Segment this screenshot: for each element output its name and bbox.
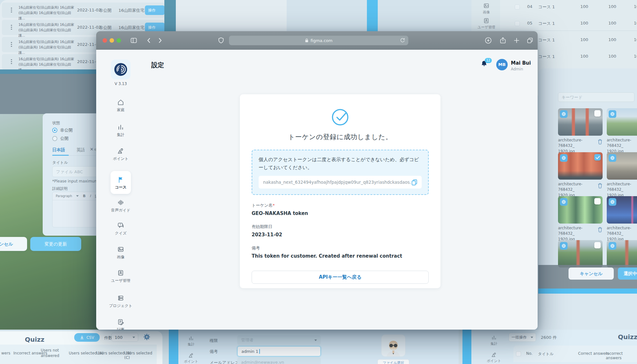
sidebar-item-images[interactable]: 画像 [475, 3, 498, 15]
media-tile[interactable] [558, 240, 603, 268]
photo-thumbnail[interactable] [558, 152, 603, 180]
sidebar-item-points[interactable]: ポイント [180, 353, 203, 364]
checkbox-checked[interactable] [594, 154, 601, 161]
kebab-menu-icon[interactable] [11, 24, 12, 31]
kebab-menu-icon[interactable] [11, 58, 12, 65]
italic-button[interactable]: I [90, 194, 91, 198]
row-title: 16山田家住宅(旧山田薬局) 16山田家(旧山田薬局) 16山田家住宅(旧山田護… [18, 39, 76, 55]
cancel-button[interactable]: キャンセル [0, 237, 27, 251]
sidebar-item-articles[interactable]: 記事 [96, 318, 145, 330]
sidebar-item-home[interactable]: 家庭 [96, 99, 145, 113]
course-row[interactable]: 04 コース 1 100 100 10 [500, 1, 637, 13]
minimize-window-button[interactable] [110, 38, 114, 43]
media-tile[interactable]: architecture-768432_1920.jpg [558, 108, 603, 154]
reload-icon[interactable] [399, 37, 405, 43]
file-select-button[interactable]: ファイル選択 [377, 359, 409, 364]
course-row[interactable]: 05 コース 1 100 100 10 [500, 17, 637, 30]
note-input-focused[interactable]: admin 1 [237, 346, 321, 356]
photo-thumbnail[interactable] [558, 108, 603, 136]
photo-thumbnail[interactable] [558, 240, 603, 268]
kebab-menu-icon[interactable] [11, 7, 12, 13]
avatar[interactable]: MB [496, 59, 508, 70]
photo-thumbnail[interactable] [607, 108, 637, 136]
back-button[interactable] [145, 37, 153, 44]
token-field[interactable]: nakasha_next_632494yafhoajhfpajdpjqw09ur… [259, 176, 422, 189]
share-icon[interactable] [499, 37, 507, 44]
photo-thumbnail[interactable] [607, 196, 637, 224]
trash-icon[interactable] [598, 183, 603, 189]
back-to-api-keys-button[interactable]: APIキー一覧へ戻る [252, 271, 429, 284]
sidebar-item-quiz[interactable]: ? クイズ [96, 222, 145, 236]
sidebar-item-summary[interactable]: 集計 [180, 335, 203, 347]
zoom-window-button[interactable] [117, 38, 121, 43]
keyword-search-input[interactable] [558, 92, 634, 102]
media-tile[interactable]: architecture-768432_1920.jpg [607, 196, 637, 242]
sidebar-item-summary[interactable]: 集計 [483, 335, 505, 346]
checkbox[interactable] [594, 198, 601, 204]
sidebar-item-summary[interactable]: 集計 [96, 124, 145, 138]
media-tile[interactable]: architecture-768432_1920.jpg [558, 196, 603, 242]
radio-public[interactable]: 公開 [52, 136, 68, 141]
tab-japanese[interactable]: 日本語 [52, 147, 65, 153]
photo-thumbnail[interactable] [607, 240, 637, 268]
photo-thumbnail[interactable] [558, 196, 603, 224]
checkbox[interactable] [515, 4, 520, 10]
selecting-button[interactable]: 選択中 [618, 268, 637, 280]
count-select[interactable]: 100 [111, 333, 138, 342]
media-tile[interactable]: architecture-768432_1920.jpg [607, 108, 637, 154]
sidebar-item-courses[interactable]: コース [96, 176, 145, 190]
kebab-menu-icon[interactable] [11, 41, 12, 48]
tab-overview-icon[interactable] [526, 37, 534, 44]
globe-icon [609, 110, 616, 118]
app-logo[interactable] [111, 60, 131, 79]
downloads-icon[interactable] [484, 37, 492, 44]
sidebar-item-audio-guide[interactable]: 音声ガイド [96, 199, 145, 213]
token-value[interactable]: nakasha_next_632494yafhoajhfpajdpjqw09ur… [263, 180, 411, 185]
bold-button[interactable]: B [83, 194, 85, 198]
csv-export-button[interactable]: CSV [74, 333, 100, 342]
sidebar-item-projects[interactable]: プロジェクト [96, 295, 145, 309]
sidebar-item-users[interactable]: ユーザ管理 [475, 18, 498, 30]
expiry-value: 2023-11-02 [252, 232, 429, 238]
bulk-action-select[interactable]: 一括操作 [509, 333, 536, 342]
tab-english[interactable]: 英語 [76, 147, 85, 153]
sidebar-item-user-management[interactable]: ユーザ管理 [96, 269, 145, 283]
forward-button[interactable] [156, 37, 164, 44]
trash-icon[interactable] [598, 227, 603, 232]
row-action-button[interactable]: 操作 [145, 5, 165, 15]
media-tile[interactable]: architecture-768432_1920.jpg [558, 152, 603, 198]
radio-icon[interactable] [52, 136, 57, 141]
sidebar-toggle-icon[interactable] [130, 37, 138, 44]
sidebar-item-points[interactable]: ポイント [96, 147, 145, 161]
cancel-button[interactable]: キャンセル [569, 268, 614, 280]
paragraph-dropdown[interactable]: Paragraph [56, 194, 72, 198]
close-window-button[interactable] [103, 38, 107, 43]
new-tab-icon[interactable] [513, 37, 520, 44]
row-action-button[interactable]: 操作 [145, 23, 165, 32]
checkbox[interactable] [594, 242, 601, 248]
radio-selected-icon[interactable] [52, 128, 57, 133]
table-row[interactable]: 16山田家住宅(旧山田薬局) 16山田家(旧山田薬局) 16山田家住宅(旧山田護… [2, 3, 164, 18]
checkbox[interactable] [594, 110, 601, 117]
sidebar-item-images[interactable]: 画像 [96, 246, 145, 260]
role-select[interactable]: 管理者 [237, 335, 321, 345]
media-tile[interactable]: architecture-768432_1920.jpg [607, 152, 637, 198]
media-tile[interactable] [607, 240, 637, 268]
sidebar-item-points[interactable]: ポイント [483, 352, 505, 363]
lock-icon [305, 38, 309, 43]
checkbox[interactable] [515, 21, 520, 26]
photo-thumbnail[interactable] [607, 152, 637, 180]
close-icon[interactable]: × [90, 146, 94, 152]
email-input-disabled[interactable]: admin@newwave.vn [237, 357, 321, 364]
radio-private[interactable]: 非公開 [52, 127, 73, 133]
address-bar[interactable]: figma.com [229, 36, 408, 45]
app-version: V 3.13 [96, 82, 145, 86]
text-cursor [259, 349, 260, 354]
chevron-down-icon [76, 195, 79, 197]
update-button[interactable]: 変更の更新 [30, 237, 81, 251]
copy-icon[interactable] [411, 179, 418, 186]
checkbox[interactable] [516, 351, 521, 356]
trash-icon[interactable] [598, 139, 603, 145]
shield-icon[interactable] [217, 37, 225, 44]
gear-icon[interactable] [143, 333, 150, 340]
